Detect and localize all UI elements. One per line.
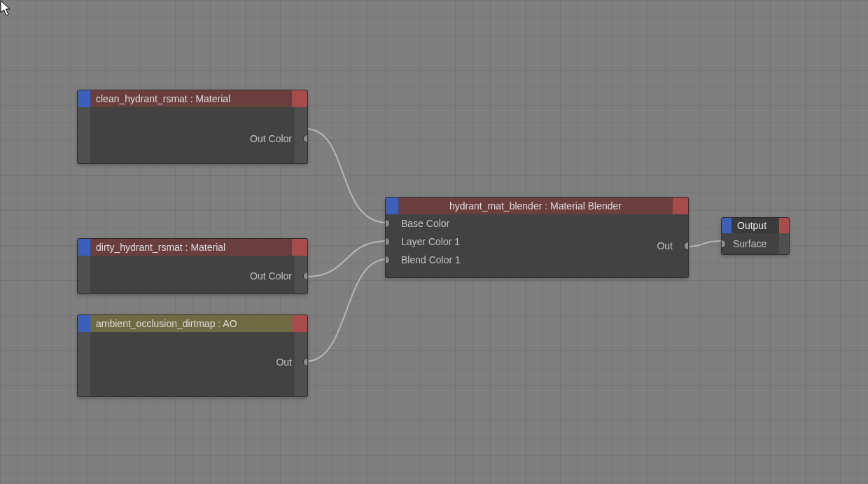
node-hydrant-mat-blender[interactable]: hydrant_mat_blender : Material Blender B… bbox=[385, 197, 689, 278]
port-label: Out bbox=[657, 240, 673, 251]
node-title: Output bbox=[732, 218, 779, 233]
output-port-row[interactable]: Out bbox=[78, 353, 307, 371]
port-label: Base Color bbox=[401, 218, 449, 229]
node-red-tab bbox=[779, 218, 789, 233]
port-label: Out bbox=[276, 357, 292, 368]
port-point-icon[interactable] bbox=[385, 219, 390, 228]
node-red-tab bbox=[292, 315, 307, 332]
node-output[interactable]: Output Surface bbox=[721, 217, 790, 255]
node-title: clean_hydrant_rsmat : Material bbox=[90, 90, 292, 107]
node-blue-tab bbox=[78, 239, 90, 256]
node-red-tab bbox=[673, 198, 688, 214]
node-titlebar[interactable]: hydrant_mat_blender : Material Blender bbox=[386, 198, 688, 214]
node-blue-tab bbox=[78, 315, 90, 332]
output-port-row[interactable]: Out bbox=[632, 237, 688, 255]
port-point-icon[interactable] bbox=[303, 134, 308, 143]
node-red-tab bbox=[292, 90, 307, 107]
node-title: dirty_hydrant_rsmat : Material bbox=[90, 239, 292, 256]
node-titlebar[interactable]: clean_hydrant_rsmat : Material bbox=[78, 90, 307, 107]
port-point-icon[interactable] bbox=[385, 237, 390, 246]
node-blue-tab bbox=[78, 90, 90, 107]
port-label: Out Color bbox=[250, 270, 292, 282]
node-titlebar[interactable]: ambient_occlusion_dirtmap : AO bbox=[78, 315, 307, 332]
node-blue-tab bbox=[722, 218, 732, 233]
node-titlebar[interactable]: Output bbox=[722, 218, 789, 233]
node-titlebar[interactable]: dirty_hydrant_rsmat : Material bbox=[78, 239, 307, 256]
input-port-row[interactable]: Surface bbox=[722, 236, 789, 251]
output-port-row[interactable]: Out Color bbox=[78, 130, 307, 148]
port-point-icon[interactable] bbox=[684, 242, 689, 250]
node-clean-hydrant-material[interactable]: clean_hydrant_rsmat : Material Out Color bbox=[77, 90, 308, 164]
port-label: Surface bbox=[733, 238, 766, 249]
input-port-row[interactable]: Base Color bbox=[386, 214, 688, 233]
node-dirty-hydrant-material[interactable]: dirty_hydrant_rsmat : Material Out Color bbox=[77, 238, 308, 294]
port-point-icon[interactable] bbox=[385, 256, 390, 264]
node-red-tab bbox=[292, 239, 307, 256]
port-point-icon[interactable] bbox=[303, 272, 308, 280]
port-label: Blend Color 1 bbox=[401, 254, 461, 265]
node-blue-tab bbox=[386, 198, 398, 214]
node-ambient-occlusion-dirtmap[interactable]: ambient_occlusion_dirtmap : AO Out bbox=[77, 314, 308, 397]
output-port-row[interactable]: Out Color bbox=[78, 267, 307, 285]
port-point-icon[interactable] bbox=[721, 240, 726, 248]
node-title: ambient_occlusion_dirtmap : AO bbox=[90, 315, 292, 332]
port-point-icon[interactable] bbox=[303, 358, 308, 366]
node-title: hydrant_mat_blender : Material Blender bbox=[398, 198, 673, 214]
port-label: Out Color bbox=[250, 133, 292, 144]
node-editor-canvas[interactable]: clean_hydrant_rsmat : Material Out Color… bbox=[0, 0, 868, 484]
port-label: Layer Color 1 bbox=[401, 236, 460, 247]
